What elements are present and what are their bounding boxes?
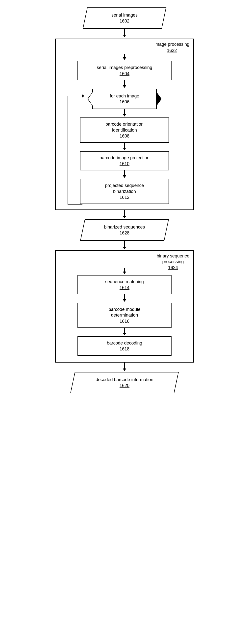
arrowhead-2 bbox=[123, 58, 126, 60]
arrowhead-12 bbox=[123, 368, 126, 371]
arrow-5 bbox=[124, 143, 125, 148]
sequence-matching-number: 1614 bbox=[84, 285, 165, 290]
arrow-12 bbox=[124, 362, 125, 368]
serial-images-node: serial images 1602 bbox=[85, 8, 164, 29]
barcode-orientation-number: 1608 bbox=[86, 134, 163, 139]
barcode-decoding-label: barcode decoding bbox=[107, 340, 142, 346]
binarized-sequences-node: binarized sequences 1628 bbox=[82, 219, 167, 241]
arrowhead-11 bbox=[123, 333, 126, 335]
barcode-image-projection-label: barcode image projection bbox=[100, 155, 149, 160]
decoded-barcode-information-node: decoded barcode information 1620 bbox=[73, 372, 176, 393]
serial-images-number: 1602 bbox=[100, 18, 149, 24]
arrow-6 bbox=[124, 170, 125, 175]
binarized-sequences-label: binarized sequences bbox=[104, 224, 145, 230]
arrowhead-6 bbox=[123, 175, 126, 178]
arrowhead-8 bbox=[123, 247, 126, 249]
loop-arrowhead bbox=[82, 94, 84, 98]
image-processing-label: image processing 1622 bbox=[154, 42, 189, 53]
barcode-decoding-number: 1618 bbox=[84, 346, 165, 352]
flowchart: serial images 1602 image processing 1622… bbox=[38, 8, 211, 393]
arrow-10 bbox=[124, 294, 125, 299]
decoded-barcode-information-label: decoded barcode information bbox=[96, 377, 153, 382]
barcode-module-determination-node: barcode moduledetermination 1616 bbox=[78, 303, 171, 328]
arrowhead-3 bbox=[123, 85, 126, 88]
barcode-module-determination-label: barcode moduledetermination bbox=[108, 307, 140, 318]
barcode-orientation-label: barcode orientationidentification bbox=[105, 122, 144, 132]
binary-sequence-processing-group: binary sequenceprocessing 1624 sequence … bbox=[55, 250, 194, 363]
loop-line-vertical bbox=[68, 96, 68, 204]
projected-sequence-binarization-number: 1612 bbox=[86, 195, 163, 200]
barcode-module-determination-number: 1616 bbox=[84, 319, 165, 324]
serial-images-label: serial images bbox=[111, 12, 138, 18]
sequence-matching-node: sequence matching 1614 bbox=[78, 275, 171, 294]
loop-line-bottom bbox=[68, 204, 82, 204]
projected-sequence-binarization-node: projected sequencebinarization 1612 bbox=[80, 179, 169, 204]
arrowhead-5 bbox=[123, 148, 126, 150]
for-each-loop-container: for each image 1606 barcode orientationi… bbox=[65, 89, 184, 204]
arrowhead-7 bbox=[123, 216, 126, 218]
arrow-8 bbox=[124, 241, 125, 247]
for-each-number: 1606 bbox=[105, 100, 144, 104]
serial-images-preprocessing-label: serial images preprocessing bbox=[97, 65, 152, 70]
arrow-into-preprocess bbox=[124, 54, 125, 58]
binary-sequence-processing-label: binary sequenceprocessing 1624 bbox=[157, 253, 189, 270]
arrow-3 bbox=[124, 80, 125, 85]
barcode-image-projection-number: 1610 bbox=[86, 161, 163, 166]
arrowhead-4 bbox=[123, 114, 126, 116]
for-each-label: for each image bbox=[110, 94, 139, 98]
arrowhead-10 bbox=[123, 299, 126, 302]
binarized-sequences-number: 1628 bbox=[98, 231, 151, 236]
serial-images-preprocessing-node: serial images preprocessing 1604 bbox=[78, 61, 171, 80]
arrow-7 bbox=[124, 210, 125, 216]
serial-images-preprocessing-number: 1604 bbox=[84, 71, 165, 76]
image-processing-group: image processing 1622 serial images prep… bbox=[55, 38, 194, 210]
barcode-decoding-node: barcode decoding 1618 bbox=[78, 336, 171, 356]
sequence-matching-label: sequence matching bbox=[105, 279, 144, 284]
for-each-inner: for each image 1606 bbox=[105, 93, 144, 104]
arrow-into-seqmatch bbox=[124, 268, 125, 272]
projected-sequence-binarization-label: projected sequencebinarization bbox=[105, 183, 144, 194]
arrow-11 bbox=[124, 328, 125, 333]
loop-line-top bbox=[68, 96, 82, 96]
arrow-4 bbox=[124, 109, 125, 114]
arrowhead-1 bbox=[123, 34, 126, 37]
arrow-1 bbox=[124, 29, 125, 34]
barcode-image-projection-node: barcode image projection 1610 bbox=[80, 151, 169, 170]
decoded-barcode-information-number: 1620 bbox=[88, 383, 161, 388]
for-each-shape: for each image 1606 bbox=[92, 89, 157, 109]
arrowhead-9 bbox=[123, 272, 126, 274]
for-each-image-node: for each image 1606 bbox=[92, 89, 157, 109]
barcode-orientation-node: barcode orientationidentification 1608 bbox=[80, 118, 169, 143]
